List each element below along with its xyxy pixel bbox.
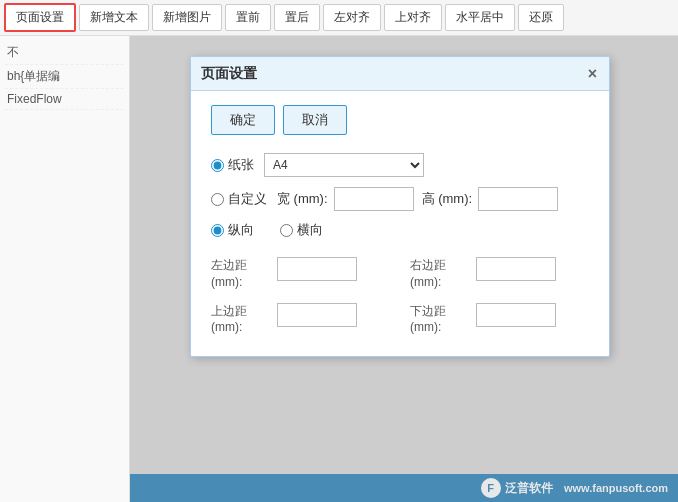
page-setup-button[interactable]: 页面设置 <box>4 3 76 32</box>
bring-front-button[interactable]: 置前 <box>225 4 271 31</box>
send-back-button[interactable]: 置后 <box>274 4 320 31</box>
left-margin-item: 左边距(mm): <box>211 257 390 291</box>
custom-size-row: 自定义 宽 (mm): 高 (mm): <box>211 187 589 211</box>
landscape-label[interactable]: 横向 <box>280 221 323 239</box>
width-label: 宽 (mm): <box>277 190 328 208</box>
main-area: 不 bh{单据编 FixedFlow 页面设置 × 确定 取消 <box>0 36 678 502</box>
top-margin-input[interactable] <box>277 303 357 327</box>
width-input[interactable] <box>334 187 414 211</box>
add-text-button[interactable]: 新增文本 <box>79 4 149 31</box>
ok-button[interactable]: 确定 <box>211 105 275 135</box>
restore-button[interactable]: 还原 <box>518 4 564 31</box>
align-left-button[interactable]: 左对齐 <box>323 4 381 31</box>
bottom-margin-label: 下边距(mm): <box>410 303 470 337</box>
bottom-margin-item: 下边距(mm): <box>410 303 589 337</box>
orientation-row: 纵向 横向 <box>211 221 589 239</box>
dialog-close-button[interactable]: × <box>586 66 599 82</box>
custom-label: 自定义 <box>228 190 267 208</box>
paper-label: 纸张 <box>228 156 254 174</box>
page-setup-dialog: 页面设置 × 确定 取消 纸张 A4 A3 <box>190 56 610 357</box>
margins-grid: 左边距(mm): 右边距(mm): 上边距(mm): 下边距(mm): <box>211 257 589 336</box>
portrait-radio[interactable] <box>211 224 224 237</box>
height-input[interactable] <box>478 187 558 211</box>
paper-radio[interactable] <box>211 159 224 172</box>
custom-radio-label[interactable]: 自定义 <box>211 190 267 208</box>
dialog-title-bar: 页面设置 × <box>191 57 609 91</box>
cancel-button[interactable]: 取消 <box>283 105 347 135</box>
bottom-margin-input[interactable] <box>476 303 556 327</box>
portrait-text: 纵向 <box>228 221 254 239</box>
landscape-text: 横向 <box>297 221 323 239</box>
align-top-button[interactable]: 上对齐 <box>384 4 442 31</box>
landscape-radio[interactable] <box>280 224 293 237</box>
paper-radio-label[interactable]: 纸张 <box>211 156 254 174</box>
dialog-actions: 确定 取消 <box>211 105 589 135</box>
top-margin-item: 上边距(mm): <box>211 303 390 337</box>
portrait-label[interactable]: 纵向 <box>211 221 254 239</box>
paper-row: 纸张 A4 A3 B5 Letter 自定义 <box>211 153 589 177</box>
right-margin-label: 右边距(mm): <box>410 257 470 291</box>
custom-radio[interactable] <box>211 193 224 206</box>
paper-select[interactable]: A4 A3 B5 Letter 自定义 <box>264 153 424 177</box>
add-image-button[interactable]: 新增图片 <box>152 4 222 31</box>
top-margin-label: 上边距(mm): <box>211 303 271 337</box>
left-margin-label: 左边距(mm): <box>211 257 271 291</box>
center-horizontal-button[interactable]: 水平居中 <box>445 4 515 31</box>
right-margin-input[interactable] <box>476 257 556 281</box>
height-label: 高 (mm): <box>422 190 473 208</box>
toolbar: 页面设置 新增文本 新增图片 置前 置后 左对齐 上对齐 水平居中 还原 <box>0 0 678 36</box>
left-panel: 不 bh{单据编 FixedFlow <box>0 36 130 502</box>
left-panel-item-ff: FixedFlow <box>5 89 124 110</box>
right-margin-item: 右边距(mm): <box>410 257 589 291</box>
dialog-body: 确定 取消 纸张 A4 A3 B5 Letter 自定义 <box>191 91 609 356</box>
left-margin-input[interactable] <box>277 257 357 281</box>
left-panel-item: 不 <box>5 41 124 65</box>
dialog-title: 页面设置 <box>201 65 257 83</box>
canvas-area: 页面设置 × 确定 取消 纸张 A4 A3 <box>130 36 678 502</box>
left-panel-item-bh: bh{单据编 <box>5 65 124 89</box>
